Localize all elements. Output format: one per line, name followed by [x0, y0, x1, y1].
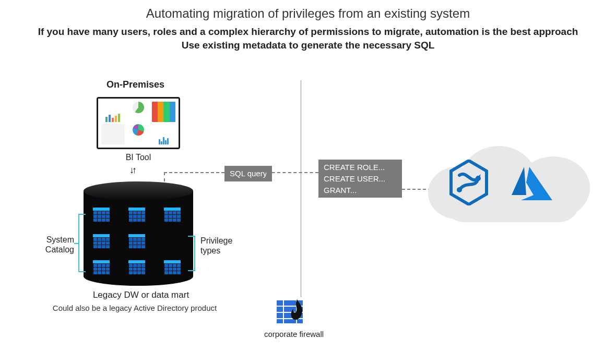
page-title: Automating migration of privileges from … — [0, 6, 616, 21]
table-icon — [128, 260, 145, 275]
table-icon — [128, 208, 145, 222]
svg-marker-0 — [451, 161, 487, 204]
svg-point-1 — [476, 176, 481, 181]
right-bracket — [188, 236, 195, 271]
bidirectional-arrows-icon: ↓↑ — [129, 165, 135, 176]
privilege-types-label: Privilege types — [200, 236, 232, 256]
firewall-divider — [301, 80, 301, 297]
svg-point-2 — [457, 187, 462, 192]
table-icon — [128, 234, 145, 249]
azure-icon — [506, 165, 553, 202]
bi-tool-icon — [97, 97, 180, 149]
onprem-heading: On-Premises — [106, 79, 164, 90]
firewall-icon — [277, 299, 307, 325]
table-icon — [164, 208, 181, 222]
bi-tool-label: BI Tool — [97, 153, 180, 162]
table-icons-grid — [93, 208, 184, 281]
azure-synapse-icon — [449, 160, 489, 205]
table-icon — [93, 260, 110, 275]
firewall-label: corporate firewall — [255, 330, 333, 338]
database-note: Could also be a legacy Active Directory … — [25, 304, 244, 312]
table-icon — [93, 208, 110, 222]
table-icon — [93, 234, 110, 249]
table-icon — [164, 260, 181, 275]
subtitle-line-2: Use existing metadata to generate the ne… — [0, 40, 616, 51]
database-label: Legacy DW or data mart — [73, 290, 209, 300]
system-catalog-label: System Catalog — [26, 235, 74, 254]
sql-query-box: SQL query — [224, 166, 272, 181]
subtitle-line-1: If you have many users, roles and a comp… — [0, 26, 616, 38]
left-bracket — [78, 214, 86, 272]
sql-statements-box: CREATE ROLE... CREATE USER... GRANT... — [318, 160, 402, 198]
diagram-canvas: On-Premises BI Tool ↓↑ System Catalog — [0, 68, 616, 364]
